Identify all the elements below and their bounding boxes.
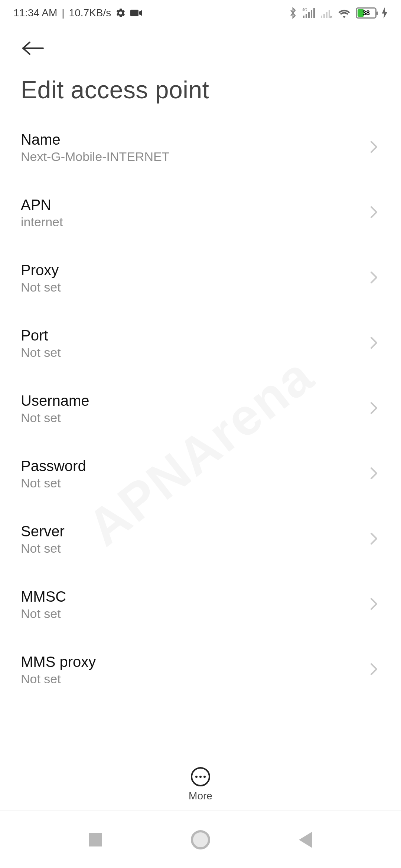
svg-rect-3: [306, 14, 307, 18]
arrow-left-icon: [21, 41, 45, 56]
setting-label: Password: [21, 458, 86, 474]
svg-rect-5: [311, 10, 312, 18]
chevron-right-icon: [370, 662, 380, 678]
svg-rect-7: [321, 16, 322, 18]
video-icon: [130, 9, 142, 17]
chevron-right-icon: [370, 531, 380, 548]
setting-value: Not set: [21, 411, 89, 425]
setting-row-mms-proxy[interactable]: MMS proxy Not set: [21, 637, 380, 703]
action-bar: More: [0, 757, 401, 809]
chevron-right-icon: [370, 205, 380, 221]
signal-nosim-icon: ✕: [320, 7, 333, 19]
svg-rect-8: [323, 14, 325, 18]
chevron-right-icon: [370, 401, 380, 417]
setting-label: APN: [21, 197, 63, 213]
chevron-right-icon: [370, 139, 380, 156]
setting-value: Next-G-Mobile-INTERNET: [21, 149, 169, 164]
svg-rect-2: [303, 16, 304, 18]
status-speed: 10.7KB/s: [69, 7, 111, 19]
setting-label: Server: [21, 523, 65, 540]
setting-label: MMS proxy: [21, 654, 96, 670]
chevron-right-icon: [370, 596, 380, 613]
gear-icon: [115, 8, 126, 18]
setting-label: Proxy: [21, 262, 61, 279]
more-horizontal-icon: [191, 767, 210, 786]
setting-label: Port: [21, 327, 61, 344]
setting-value: Not set: [21, 345, 61, 360]
nav-recents-icon[interactable]: [89, 833, 102, 846]
setting-row-apn[interactable]: APN internet: [21, 180, 380, 246]
status-right: 4G ✕ 38: [289, 7, 388, 19]
setting-value: Not set: [21, 541, 65, 556]
setting-row-name[interactable]: Name Next-G-Mobile-INTERNET: [21, 115, 380, 180]
setting-row-port[interactable]: Port Not set: [21, 311, 380, 376]
back-button[interactable]: [21, 37, 45, 61]
svg-text:4G: 4G: [302, 8, 307, 12]
nav-home-icon[interactable]: [191, 830, 210, 849]
svg-rect-0: [130, 10, 138, 16]
signal-4g-icon: 4G: [302, 7, 315, 19]
svg-rect-9: [326, 12, 327, 18]
setting-value: Not set: [21, 606, 66, 621]
settings-list: Name Next-G-Mobile-INTERNET APN internet…: [0, 115, 401, 703]
page-title: Edit access point: [0, 61, 401, 115]
nav-back-icon[interactable]: [299, 832, 312, 848]
bluetooth-icon: [289, 7, 297, 19]
more-button[interactable]: More: [189, 767, 212, 802]
charging-icon: [382, 7, 388, 19]
setting-label: Username: [21, 392, 89, 409]
setting-label: Name: [21, 131, 169, 148]
setting-row-mmsc[interactable]: MMSC Not set: [21, 572, 380, 637]
setting-value: Not set: [21, 672, 96, 686]
status-separator: |: [62, 7, 64, 19]
setting-row-server[interactable]: Server Not set: [21, 507, 380, 572]
chevron-right-icon: [370, 466, 380, 482]
battery-percent: 38: [357, 9, 375, 17]
svg-rect-4: [308, 12, 310, 18]
more-label: More: [189, 790, 212, 802]
svg-text:✕: ✕: [329, 14, 333, 19]
battery-icon: 38: [356, 7, 376, 19]
chevron-right-icon: [370, 335, 380, 352]
header: [0, 26, 401, 61]
setting-row-username[interactable]: Username Not set: [21, 376, 380, 441]
setting-row-proxy[interactable]: Proxy Not set: [21, 246, 380, 311]
status-bar: 11:34 AM | 10.7KB/s 4G ✕ 38: [0, 0, 401, 26]
status-time: 11:34 AM: [13, 7, 57, 19]
setting-row-password[interactable]: Password Not set: [21, 441, 380, 507]
chevron-right-icon: [370, 270, 380, 286]
status-left: 11:34 AM | 10.7KB/s: [13, 7, 142, 19]
setting-label: MMSC: [21, 588, 66, 605]
navigation-bar: [0, 811, 401, 868]
wifi-icon: [338, 8, 351, 18]
setting-value: Not set: [21, 280, 61, 295]
setting-value: Not set: [21, 476, 86, 490]
setting-value: internet: [21, 215, 63, 229]
svg-rect-6: [313, 8, 315, 18]
